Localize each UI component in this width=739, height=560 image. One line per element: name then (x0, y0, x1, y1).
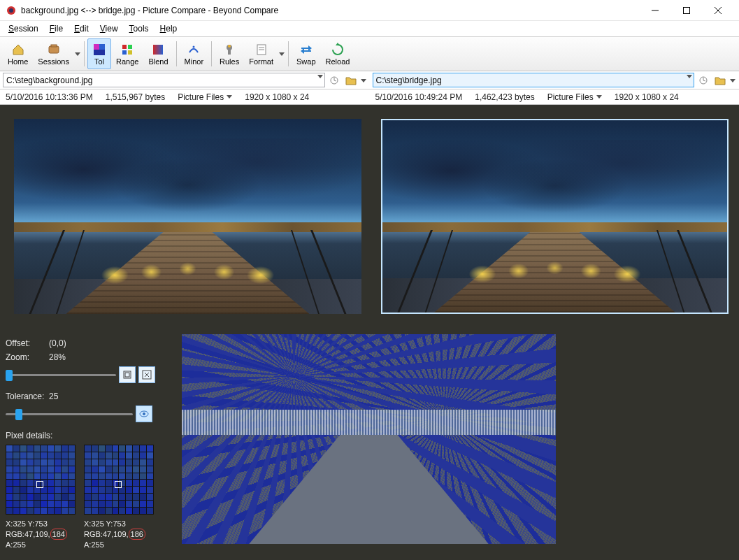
rules-button[interactable]: Rules (215, 38, 244, 69)
svg-point-29 (143, 412, 145, 415)
left-bytes: 1,515,967 bytes (106, 92, 165, 102)
reload-button[interactable]: Reload (321, 38, 355, 69)
right-browse-button[interactable] (712, 73, 728, 87)
infobar: 5/10/2016 10:13:36 PM 1,515,967 bytes Pi… (0, 89, 739, 105)
svg-rect-3 (683, 7, 689, 13)
format-icon (254, 43, 268, 57)
pathbar: C:\steg\background.jpg C:\steg\bridge.jp… (0, 71, 739, 89)
svg-rect-26 (125, 373, 129, 377)
svg-rect-12 (128, 45, 132, 49)
range-icon (120, 43, 134, 57)
blend-icon (151, 43, 165, 57)
right-browse-dropdown[interactable] (729, 78, 736, 83)
rules-icon (222, 43, 236, 57)
right-pixel-grid (84, 445, 154, 515)
tolerance-label: Tolerance: (6, 392, 49, 401)
svg-rect-8 (94, 44, 99, 50)
tolerance-preview-button[interactable] (136, 405, 152, 422)
side-panel: Offset:(0,0) Zoom:28% Tolerance:25 Pixel… (0, 330, 182, 560)
window-title: background.jpg <--> bridge.jpg - Picture… (21, 6, 639, 15)
right-path-text: C:\steg\bridge.jpg (376, 76, 442, 85)
tol-icon (92, 43, 106, 57)
svg-rect-11 (122, 45, 127, 49)
format-button[interactable]: Format (244, 38, 278, 69)
menu-file[interactable]: File (44, 22, 69, 35)
svg-point-1 (9, 8, 13, 13)
right-info: 5/10/2016 10:49:24 PM 1,462,423 bytes Pi… (370, 89, 740, 104)
left-pixel-readout: X:325 Y:753 RGB:47,109,184 A:255 (6, 519, 76, 550)
left-image-pane[interactable] (7, 112, 368, 323)
right-bytes: 1,462,423 bytes (475, 92, 534, 102)
left-info: 5/10/2016 10:13:36 PM 1,515,967 bytes Pi… (0, 89, 370, 104)
left-pixel-grid (6, 445, 76, 515)
right-filetype-dropdown[interactable]: Picture Files (547, 92, 602, 102)
fit-button[interactable] (119, 366, 136, 383)
diff-image (182, 334, 556, 544)
toolbar-sep (84, 41, 85, 66)
app-icon (6, 5, 17, 16)
image-row (0, 105, 739, 330)
pixel-details-label: Pixel details: (6, 431, 52, 440)
chevron-down-icon (596, 95, 602, 99)
sessions-button[interactable]: Sessions (33, 38, 74, 69)
svg-rect-7 (51, 45, 57, 47)
actual-size-button[interactable] (138, 366, 155, 383)
reload-icon (331, 43, 345, 57)
menu-help[interactable]: Help (155, 22, 183, 35)
menu-edit[interactable]: Edit (69, 22, 94, 35)
svg-rect-9 (99, 44, 105, 50)
menu-view[interactable]: View (94, 22, 124, 35)
left-dims: 1920 x 1080 x 24 (245, 92, 309, 102)
right-image (381, 119, 729, 314)
sessions-icon (47, 43, 61, 57)
svg-rect-10 (94, 50, 105, 55)
svg-rect-15 (153, 45, 163, 55)
home-icon (11, 43, 25, 57)
zoom-label: Zoom: (6, 352, 49, 362)
svg-rect-14 (128, 50, 132, 55)
maximize-button[interactable] (670, 1, 702, 20)
titlebar: background.jpg <--> bridge.jpg - Picture… (0, 0, 739, 21)
swap-button[interactable]: Swap (292, 38, 321, 69)
menu-session[interactable]: Session (3, 22, 44, 35)
chevron-down-icon (227, 95, 232, 99)
left-filetype-dropdown[interactable]: Picture Files (178, 92, 232, 102)
home-button[interactable]: Home (3, 38, 33, 69)
toolbar-sep (288, 41, 289, 66)
range-button[interactable]: Range (111, 38, 143, 69)
window-controls (639, 1, 733, 20)
bottom-panel: Offset:(0,0) Zoom:28% Tolerance:25 Pixel… (0, 330, 739, 560)
menubar: Session File Edit View Tools Help (0, 21, 739, 36)
left-path-side: C:\steg\background.jpg (0, 71, 370, 89)
minor-button[interactable]: Minor (180, 38, 209, 69)
chevron-down-icon (317, 75, 323, 78)
zoom-slider[interactable] (6, 368, 116, 381)
right-pixel-readout: X:325 Y:753 RGB:47,109,186 A:255 (84, 519, 154, 550)
toolbar-sep (211, 41, 212, 66)
right-history-button[interactable] (696, 73, 711, 87)
left-browse-button[interactable] (343, 73, 359, 87)
svg-point-19 (228, 45, 231, 48)
tol-button[interactable]: Tol (87, 38, 111, 69)
right-path-input[interactable]: C:\steg\bridge.jpg (373, 73, 695, 87)
swap-icon (299, 43, 313, 57)
left-browse-dropdown[interactable] (360, 78, 367, 83)
right-image-pane[interactable] (374, 112, 736, 323)
sessions-dropdown[interactable] (74, 51, 81, 57)
left-path-input[interactable]: C:\steg\background.jpg (3, 73, 325, 87)
tolerance-slider[interactable] (6, 408, 133, 420)
tolerance-value: 25 (49, 392, 58, 401)
right-timestamp: 5/10/2016 10:49:24 PM (375, 92, 463, 102)
left-image (14, 119, 361, 314)
minor-icon (187, 43, 201, 57)
menu-tools[interactable]: Tools (124, 22, 155, 35)
left-timestamp: 5/10/2016 10:13:36 PM (6, 92, 93, 102)
diff-pane[interactable] (182, 330, 739, 560)
offset-value: (0,0) (49, 338, 66, 348)
toolbar: Home Sessions Tol Range Blend Minor Rule… (0, 36, 739, 71)
close-button[interactable] (702, 1, 733, 20)
minimize-button[interactable] (639, 1, 670, 20)
format-dropdown[interactable] (278, 51, 285, 57)
left-history-button[interactable] (327, 73, 342, 87)
blend-button[interactable]: Blend (143, 38, 173, 69)
